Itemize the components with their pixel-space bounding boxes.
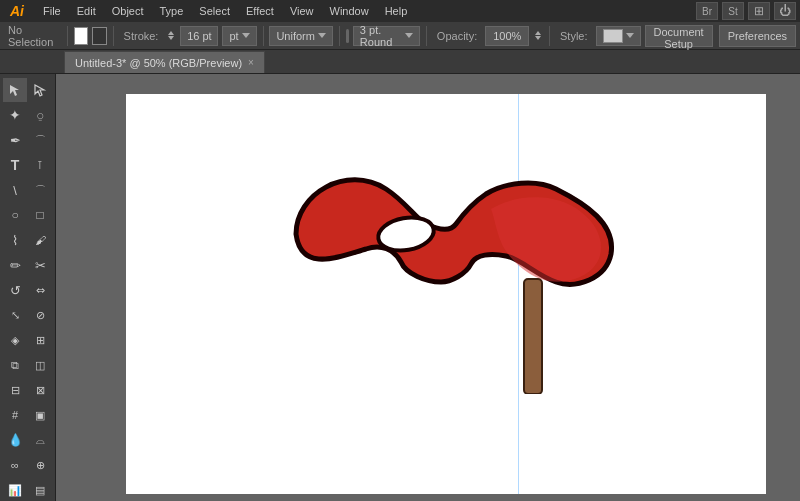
mesh-tool[interactable]: # bbox=[3, 403, 27, 427]
scissors-tool[interactable]: ✂ bbox=[28, 253, 52, 277]
menu-effect[interactable]: Effect bbox=[239, 3, 281, 19]
uniform-label: Uniform bbox=[276, 30, 315, 42]
opacity-input[interactable] bbox=[485, 26, 529, 46]
style-label: Style: bbox=[556, 30, 592, 42]
measure-tool[interactable]: ⌓ bbox=[28, 428, 52, 452]
tool-row-16: ∞ ⊕ bbox=[3, 453, 52, 477]
divider-3 bbox=[263, 26, 264, 46]
toolbar-right-buttons: Document Setup Preferences bbox=[645, 25, 796, 47]
power-icon[interactable]: ⏻ bbox=[774, 2, 796, 20]
tool-row-13: ⊟ ⊠ bbox=[3, 378, 52, 402]
reflect-tool[interactable]: ⇔ bbox=[28, 278, 52, 302]
arc-tool[interactable]: ⌒ bbox=[28, 178, 52, 202]
direct-selection-tool[interactable] bbox=[28, 78, 52, 102]
symbol-sprayer-tool[interactable]: ⊕ bbox=[28, 453, 52, 477]
round-cap-label: 3 pt. Round bbox=[360, 24, 402, 48]
document-canvas bbox=[126, 94, 766, 494]
gradient-tool[interactable]: ▣ bbox=[28, 403, 52, 427]
tool-row-6: ○ □ bbox=[3, 203, 52, 227]
menu-help[interactable]: Help bbox=[378, 3, 415, 19]
divider-1 bbox=[67, 26, 68, 46]
menu-window[interactable]: Window bbox=[323, 3, 376, 19]
toolbox: ✦ ⍜ ✒ ⌒ T ⊺ \ ⌒ ○ □ ⌇ 🖌 ✏ ✂ bbox=[0, 74, 56, 501]
stroke-stepper[interactable] bbox=[168, 31, 174, 40]
tool-row-2: ✦ ⍜ bbox=[3, 103, 52, 127]
rotate-tool[interactable]: ↺ bbox=[3, 278, 27, 302]
stroke-swatch[interactable] bbox=[92, 27, 107, 45]
menu-bar: Ai File Edit Object Type Select Effect V… bbox=[0, 0, 800, 22]
tool-row-8: ✏ ✂ bbox=[3, 253, 52, 277]
selection-tool[interactable] bbox=[3, 78, 27, 102]
shape-builder-tool[interactable]: ⧉ bbox=[3, 353, 27, 377]
round-cap-dropdown[interactable]: 3 pt. Round bbox=[353, 26, 420, 46]
eyedropper-tool[interactable]: 💧 bbox=[3, 428, 27, 452]
menu-select[interactable]: Select bbox=[192, 3, 237, 19]
tool-row-5: \ ⌒ bbox=[3, 178, 52, 202]
warp-tool[interactable]: ◈ bbox=[3, 328, 27, 352]
style-dropdown[interactable] bbox=[596, 26, 641, 46]
magic-wand-tool[interactable]: ✦ bbox=[3, 103, 27, 127]
tool-row-9: ↺ ⇔ bbox=[3, 278, 52, 302]
stroke-label: Stroke: bbox=[120, 30, 163, 42]
uniform-dropdown[interactable]: Uniform bbox=[269, 26, 333, 46]
menu-edit[interactable]: Edit bbox=[70, 3, 103, 19]
tool-row-10: ⤡ ⊘ bbox=[3, 303, 52, 327]
curvature-tool[interactable]: ⌒ bbox=[28, 128, 52, 152]
menu-view[interactable]: View bbox=[283, 3, 321, 19]
divider-5 bbox=[426, 26, 427, 46]
main-area: ✦ ⍜ ✒ ⌒ T ⊺ \ ⌒ ○ □ ⌇ 🖌 ✏ ✂ bbox=[0, 74, 800, 501]
svg-marker-0 bbox=[10, 85, 19, 96]
toolbar: No Selection Stroke: pt Uniform 3 pt. Ro… bbox=[0, 22, 800, 50]
tool-row-12: ⧉ ◫ bbox=[3, 353, 52, 377]
bridge-icon[interactable]: Br bbox=[696, 2, 718, 20]
document-tab[interactable]: Untitled-3* @ 50% (RGB/Preview) × bbox=[64, 51, 265, 73]
stroke-unit-dropdown[interactable]: pt bbox=[222, 26, 256, 46]
document-setup-button[interactable]: Document Setup bbox=[645, 25, 713, 47]
menu-type[interactable]: Type bbox=[153, 3, 191, 19]
tool-row-11: ◈ ⊞ bbox=[3, 328, 52, 352]
ellipse-tool[interactable]: ○ bbox=[3, 203, 27, 227]
grid-icon[interactable]: ⊞ bbox=[748, 2, 770, 20]
line-tool[interactable]: \ bbox=[3, 178, 27, 202]
menu-object[interactable]: Object bbox=[105, 3, 151, 19]
stroke-style-indicator bbox=[346, 29, 349, 43]
perspective-grid-tool[interactable]: ⊟ bbox=[3, 378, 27, 402]
tool-row-4: T ⊺ bbox=[3, 153, 52, 177]
tool-row-15: 💧 ⌓ bbox=[3, 428, 52, 452]
tab-close-icon[interactable]: × bbox=[248, 57, 254, 68]
perspective-selection-tool[interactable]: ⊠ bbox=[28, 378, 52, 402]
svg-rect-2 bbox=[524, 279, 542, 394]
tab-title: Untitled-3* @ 50% (RGB/Preview) bbox=[75, 57, 242, 69]
paintbrush-tool[interactable]: ⌇ bbox=[3, 228, 27, 252]
artboard-tool[interactable]: ▤ bbox=[28, 478, 52, 501]
opacity-label: Opacity: bbox=[433, 30, 481, 42]
preferences-button[interactable]: Preferences bbox=[719, 25, 796, 47]
pen-tool[interactable]: ✒ bbox=[3, 128, 27, 152]
fill-swatch[interactable] bbox=[74, 27, 89, 45]
type-tool[interactable]: T bbox=[3, 153, 27, 177]
shear-tool[interactable]: ⊘ bbox=[28, 303, 52, 327]
tool-row-14: # ▣ bbox=[3, 403, 52, 427]
app-logo: Ai bbox=[4, 0, 30, 22]
vertical-type-tool[interactable]: ⊺ bbox=[28, 153, 52, 177]
blend-tool[interactable]: ∞ bbox=[3, 453, 27, 477]
tool-row-1 bbox=[3, 78, 52, 102]
tool-row-3: ✒ ⌒ bbox=[3, 128, 52, 152]
scale-tool[interactable]: ⤡ bbox=[3, 303, 27, 327]
canvas-area[interactable] bbox=[56, 74, 800, 501]
divider-2 bbox=[113, 26, 114, 46]
svg-marker-1 bbox=[35, 85, 44, 96]
stroke-value-input[interactable] bbox=[180, 26, 218, 46]
blob-brush-tool[interactable]: 🖌 bbox=[28, 228, 52, 252]
rect-tool[interactable]: □ bbox=[28, 203, 52, 227]
stock-icon[interactable]: St bbox=[722, 2, 744, 20]
column-graph-tool[interactable]: 📊 bbox=[3, 478, 27, 501]
opacity-stepper[interactable] bbox=[535, 31, 541, 40]
selection-label: No Selection bbox=[4, 24, 61, 48]
lasso-tool[interactable]: ⍜ bbox=[28, 103, 52, 127]
live-paint-tool[interactable]: ◫ bbox=[28, 353, 52, 377]
pencil-tool[interactable]: ✏ bbox=[3, 253, 27, 277]
free-transform-tool[interactable]: ⊞ bbox=[28, 328, 52, 352]
tab-bar: Untitled-3* @ 50% (RGB/Preview) × bbox=[0, 50, 800, 74]
menu-file[interactable]: File bbox=[36, 3, 68, 19]
